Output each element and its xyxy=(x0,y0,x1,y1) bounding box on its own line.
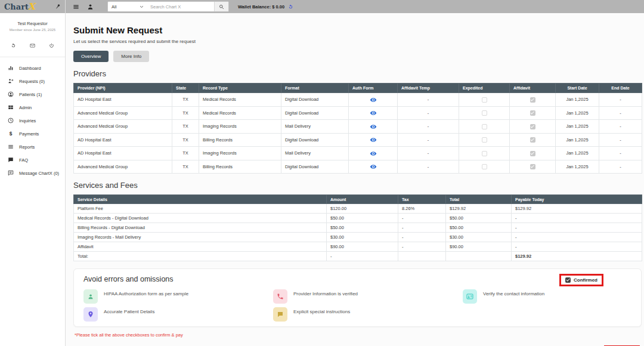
affidavit-checkbox[interactable] xyxy=(530,110,535,116)
search-scope-select[interactable]: All xyxy=(108,2,147,11)
cell-affidavit xyxy=(510,106,556,120)
affidavit-checkbox[interactable] xyxy=(530,137,535,143)
cell-format: Digital Download xyxy=(281,93,349,107)
search-input[interactable] xyxy=(147,2,214,11)
affidavit-checkbox[interactable] xyxy=(530,97,535,103)
cell-start-date: Jan 1,2025 xyxy=(556,120,599,134)
power-icon[interactable] xyxy=(49,40,54,51)
confirm-item-label: Accurate Patient Details xyxy=(104,309,154,314)
sidebar-item-requests[interactable]: Requests (0) xyxy=(0,75,65,88)
cell-auth-form xyxy=(349,120,398,134)
wallet-refresh-icon[interactable] xyxy=(288,4,293,10)
view-auth-form-icon[interactable] xyxy=(370,110,377,116)
cell-record-type: Imaging Records xyxy=(199,120,281,134)
cell-affidavit-temp: - xyxy=(398,106,459,120)
cell-format: Mail Delivery xyxy=(281,147,349,160)
sidebar-item-reports[interactable]: Reports xyxy=(0,140,65,153)
cell-amount: $50.00 xyxy=(327,223,398,233)
view-auth-form-icon[interactable] xyxy=(370,137,377,143)
cell-total: $50.00 xyxy=(446,223,512,233)
cell-record-type: Medical Records xyxy=(199,106,281,120)
view-auth-form-icon[interactable] xyxy=(370,97,377,103)
providers-col-header: Provider (NPI) xyxy=(74,84,172,93)
search-box: All xyxy=(107,1,229,12)
affidavit-checkbox[interactable] xyxy=(530,151,535,156)
confirm-item-special-instructions[interactable]: Explicit special instructions xyxy=(273,307,463,322)
search-button[interactable] xyxy=(214,2,228,11)
cell-record-type: Medical Records xyxy=(199,93,281,107)
affidavit-checkbox[interactable] xyxy=(530,124,535,129)
cell-expedited xyxy=(459,120,510,134)
search-icon xyxy=(219,2,224,11)
refresh-icon[interactable] xyxy=(11,40,16,51)
cell-expedited xyxy=(459,106,510,120)
cell-total xyxy=(446,252,512,261)
cell-auth-form xyxy=(349,133,398,147)
confirmed-checkbox-group[interactable]: Confirmed xyxy=(560,274,603,286)
confirm-items-grid: HIPAA Authorization form as per samplePr… xyxy=(83,289,631,322)
sidebar-item-message-chartx[interactable]: Message ChartX (0) xyxy=(0,166,65,180)
sidebar-item-payments[interactable]: $Payments xyxy=(0,127,65,140)
sidebar-item-faq[interactable]: FAQ xyxy=(0,153,65,166)
view-auth-form-icon[interactable] xyxy=(370,124,377,129)
cell-format: Digital Download xyxy=(281,106,349,120)
confirm-item-verify-contact[interactable]: Verify the contact information xyxy=(463,289,631,304)
sidebar-item-label: Patients (1) xyxy=(19,92,42,97)
service-row: Imaging Records - Mail Delivery$30.00-$3… xyxy=(74,233,642,242)
sidebar-item-inquiries[interactable]: Inquiries xyxy=(0,114,65,127)
confirmed-checkbox[interactable] xyxy=(565,277,571,283)
cell-state: TX xyxy=(172,93,199,107)
expedited-checkbox[interactable] xyxy=(482,124,487,129)
services-heading: Services and Fees xyxy=(73,181,641,190)
cell-provider: Advanced Medical Group xyxy=(74,120,172,134)
person-badge-icon xyxy=(83,289,98,304)
hamburger-menu-icon[interactable] xyxy=(73,4,79,10)
confirm-item-accurate-patient[interactable]: Accurate Patient Details xyxy=(83,307,273,322)
pin-sidebar-icon[interactable] xyxy=(54,2,62,11)
cell-state: TX xyxy=(172,160,199,174)
cell-end-date: - xyxy=(599,93,642,107)
tab-bar: OverviewMore Info xyxy=(73,51,641,62)
cell-end-date: - xyxy=(599,160,642,174)
tab-overview[interactable]: Overview xyxy=(73,51,109,62)
patients-icon xyxy=(8,91,14,97)
sidebar-item-patients[interactable]: Patients (1) xyxy=(0,88,65,101)
expedited-checkbox[interactable] xyxy=(482,97,487,103)
expedited-checkbox[interactable] xyxy=(482,151,487,156)
user-icon[interactable] xyxy=(87,4,94,10)
providers-col-header: Expedited xyxy=(459,84,510,93)
search-scope-value: All xyxy=(112,4,116,10)
cell-provider: Advanced Medical Group xyxy=(74,160,172,174)
chevron-down-icon xyxy=(140,5,144,9)
mail-icon[interactable] xyxy=(30,40,35,51)
expedited-checkbox[interactable] xyxy=(482,164,487,169)
affidavit-checkbox[interactable] xyxy=(530,164,535,169)
view-auth-form-icon[interactable] xyxy=(370,151,377,156)
chartx-logo[interactable]: ChartX xyxy=(4,2,35,11)
confirm-item-hipaa-authorization[interactable]: HIPAA Authorization form as per sample xyxy=(83,289,273,304)
sidebar: ChartX Test Requestor Member since June … xyxy=(0,0,66,346)
cell-expedited xyxy=(459,160,510,174)
cell-service-details: Total: xyxy=(74,252,327,261)
cell-expedited xyxy=(459,93,510,107)
sidebar-item-label: Requests (0) xyxy=(19,79,45,84)
profile-member-since: Member since June 25, 2025 xyxy=(4,28,61,32)
tab-more-info[interactable]: More Info xyxy=(113,51,149,62)
providers-heading: Providers xyxy=(73,69,641,78)
cell-affidavit xyxy=(510,133,556,147)
cell-state: TX xyxy=(172,133,199,147)
sidebar-item-dashboard[interactable]: Dashboard xyxy=(0,61,65,75)
dashboard-icon xyxy=(8,65,14,71)
providers-col-header: End Date xyxy=(599,84,642,93)
expedited-checkbox[interactable] xyxy=(482,110,487,116)
cell-start-date: Jan 1,2025 xyxy=(556,93,599,107)
expedited-checkbox[interactable] xyxy=(482,137,487,143)
providers-col-header: Affidavit Temp xyxy=(398,84,459,93)
provider-row: Advanced Medical GroupTXBilling RecordsD… xyxy=(74,160,642,174)
sidebar-item-admin[interactable]: Admin xyxy=(0,101,65,114)
cell-service-details: Platform Fee xyxy=(74,204,327,214)
confirm-item-provider-verified[interactable]: Provider Information is verified xyxy=(273,289,463,304)
view-auth-form-icon[interactable] xyxy=(370,164,377,169)
services-col-header: Amount xyxy=(327,195,398,204)
cell-amount: $50.00 xyxy=(327,214,398,223)
